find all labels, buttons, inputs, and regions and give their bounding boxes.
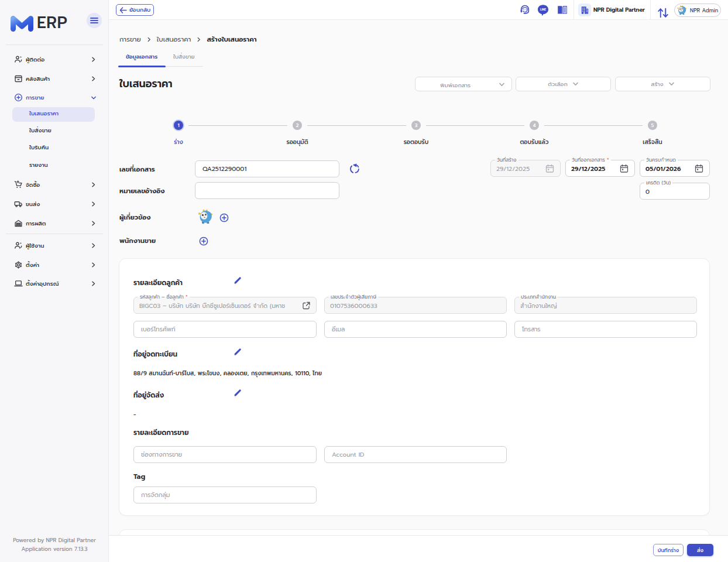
svg-text:LINE: LINE [540, 8, 546, 12]
